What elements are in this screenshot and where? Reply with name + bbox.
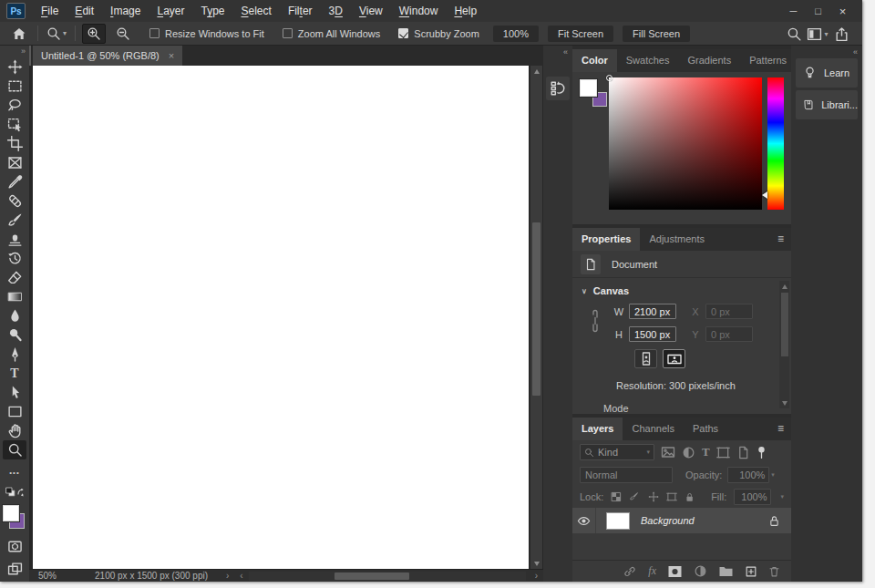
history-panel-icon[interactable] [546,77,570,100]
tool-gradient-icon[interactable] [3,287,26,306]
default-and-swap-colors-icons[interactable] [3,482,26,501]
tab-paths[interactable]: Paths [684,418,727,440]
share-icon[interactable] [829,24,853,44]
scroll-left-icon[interactable]: ‹ [234,571,248,581]
resize-windows-to-fit-checkbox[interactable]: Resize Windows to Fit [149,28,264,39]
fit-screen-button[interactable]: Fit Screen [548,26,613,42]
hue-slider[interactable] [767,77,784,210]
screen-mode-icon[interactable] [3,560,26,579]
height-field[interactable]: 1500 px [629,326,676,342]
close-button[interactable]: × [830,0,855,22]
status-expand-icon[interactable]: › [221,571,234,581]
saturation-brightness-field[interactable] [609,77,762,210]
layer-lock-icon[interactable] [768,515,780,527]
panel-menu-icon[interactable]: ≡ [770,228,791,251]
scroll-up-icon[interactable] [779,281,789,292]
scrubby-zoom-checkbox[interactable]: Scrubby Zoom [398,28,479,39]
zoom-tool-preset-icon[interactable]: ▾ [45,24,68,44]
tool-hand-icon[interactable] [3,421,26,440]
horizontal-scrollbar[interactable] [249,572,526,581]
lock-artboard-icon[interactable] [666,490,677,503]
width-field[interactable]: 2100 px [629,304,676,319]
tab-channels[interactable]: Channels [623,418,683,440]
panel-menu-icon[interactable]: ≡ [770,418,791,440]
layer-visibility-toggle[interactable] [572,508,596,533]
tab-swatches[interactable]: Swatches [617,49,679,72]
tool-eyedropper-icon[interactable] [3,172,26,191]
menu-view[interactable]: View [351,0,391,22]
layer-row-background[interactable]: Background [572,508,791,533]
properties-scrollbar-thumb[interactable] [781,293,788,356]
tool-rectangular-marquee-icon[interactable] [3,77,26,96]
scroll-down-icon[interactable] [779,397,789,408]
scroll-right-icon[interactable]: › [530,571,543,581]
scroll-down-icon[interactable] [530,558,542,569]
blend-mode-dropdown[interactable]: Normal [580,467,673,483]
filter-pin-icon[interactable] [757,446,767,459]
menu-select[interactable]: Select [233,0,280,22]
new-layer-icon[interactable] [745,565,757,578]
opacity-value[interactable]: 100% [727,467,769,483]
layer-thumbnail[interactable] [606,512,630,530]
menu-filter[interactable]: Filter [280,0,321,22]
properties-scrollbar[interactable] [779,281,789,408]
libraries-panel-button[interactable]: Librari... [796,90,858,119]
document-tab[interactable]: Untitled-1 @ 50% (RGB/8) × [33,46,182,66]
maximize-button[interactable]: □ [806,0,830,22]
workspace-icon[interactable]: ▾ [806,24,829,44]
tool-object-selection-icon[interactable] [3,115,26,134]
photoshop-logo-icon[interactable]: Ps [6,3,26,19]
layer-name[interactable]: Background [641,515,768,526]
link-dimensions-icon[interactable] [589,307,602,335]
tool-history-brush-icon[interactable] [3,249,26,268]
new-adjustment-layer-icon[interactable] [694,564,707,578]
new-group-icon[interactable] [718,565,734,577]
fill-value[interactable]: 100% [734,489,771,505]
tab-color[interactable]: Color [572,49,617,72]
adjustment-filter-icon[interactable] [682,446,695,459]
tool-spot-healing-brush-icon[interactable] [3,191,26,211]
zoom-100-button[interactable]: 100% [493,26,539,42]
edit-toolbar-icon[interactable]: ••• [3,463,26,482]
tab-properties[interactable]: Properties [572,228,640,251]
menu-layer[interactable]: Layer [149,0,192,22]
vertical-scrollbar[interactable] [530,66,542,569]
tool-rectangle-icon[interactable] [3,402,26,421]
menu-window[interactable]: Window [391,0,447,22]
scroll-up-icon[interactable] [530,66,542,77]
quick-mask-mode-icon[interactable] [3,537,26,556]
shape-filter-icon[interactable] [716,446,730,459]
tool-frame-icon[interactable] [3,153,26,172]
collapse-dock-icon[interactable]: « [853,47,858,57]
tool-clone-stamp-icon[interactable] [3,230,26,249]
image-filter-icon[interactable] [661,445,675,459]
search-icon[interactable] [782,24,806,44]
tab-gradients[interactable]: Gradients [678,49,740,72]
smart-object-filter-icon[interactable] [736,446,750,459]
menu-3d[interactable]: 3D [321,0,351,22]
zoom-out-icon[interactable] [111,24,135,44]
add-layer-mask-icon[interactable] [667,565,683,578]
menu-file[interactable]: File [33,0,67,22]
tool-zoom-icon[interactable] [3,440,26,459]
link-layers-icon[interactable] [623,565,637,578]
lock-position-icon[interactable] [648,490,659,503]
foreground-color-swatch[interactable] [3,505,19,521]
tool-path-selection-icon[interactable] [3,383,26,402]
color-cursor-icon[interactable] [606,75,612,81]
lock-all-icon[interactable] [685,491,695,503]
delete-layer-icon[interactable] [768,565,780,578]
menu-edit[interactable]: Edit [67,0,102,22]
type-filter-icon[interactable]: T [702,445,710,459]
lock-transparency-icon[interactable] [611,490,622,503]
tool-pen-icon[interactable] [3,345,26,364]
home-icon[interactable] [7,24,31,44]
canvas-section-header[interactable]: ∨ Canvas [582,285,791,296]
tool-blur-icon[interactable] [3,306,26,325]
foreground-color-swatch[interactable] [580,79,597,97]
tool-dodge-icon[interactable] [3,325,26,345]
learn-panel-button[interactable]: Learn [796,58,858,88]
zoom-all-windows-checkbox[interactable]: Zoom All Windows [283,28,380,39]
hue-slider-arrow-icon[interactable] [762,191,767,199]
landscape-orientation-icon[interactable] [663,349,685,368]
